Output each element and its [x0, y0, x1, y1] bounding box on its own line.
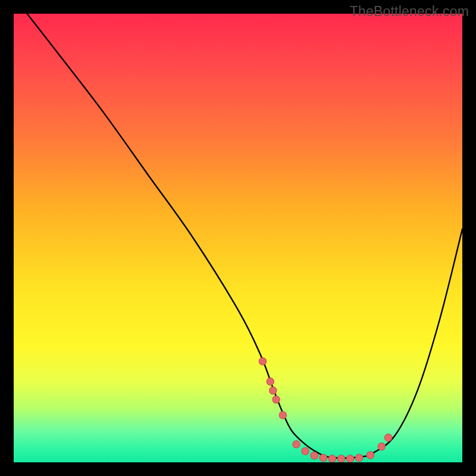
- marker-dot: [384, 434, 392, 441]
- marker-dot: [302, 447, 309, 455]
- marker-dot: [311, 452, 318, 459]
- marker-dot: [259, 358, 266, 365]
- marker-dot: [355, 454, 362, 461]
- marker-dot: [328, 455, 336, 462]
- watermark-text: TheBottleneck.com: [350, 4, 469, 20]
- chart-svg: [14, 14, 462, 462]
- marker-dot: [320, 454, 327, 461]
- marker-dot: [346, 455, 353, 462]
- chart-container: TheBottleneck.com: [0, 0, 476, 476]
- marker-dot: [293, 441, 300, 448]
- marker-dot: [270, 387, 277, 394]
- plot-area: [14, 14, 462, 462]
- marker-dot: [273, 396, 280, 403]
- marker-group: [259, 358, 392, 462]
- marker-dot: [267, 378, 274, 385]
- marker-dot: [367, 452, 374, 459]
- bottleneck-curve: [27, 14, 462, 458]
- marker-dot: [378, 443, 385, 450]
- marker-dot: [279, 412, 286, 419]
- marker-dot: [337, 455, 345, 462]
